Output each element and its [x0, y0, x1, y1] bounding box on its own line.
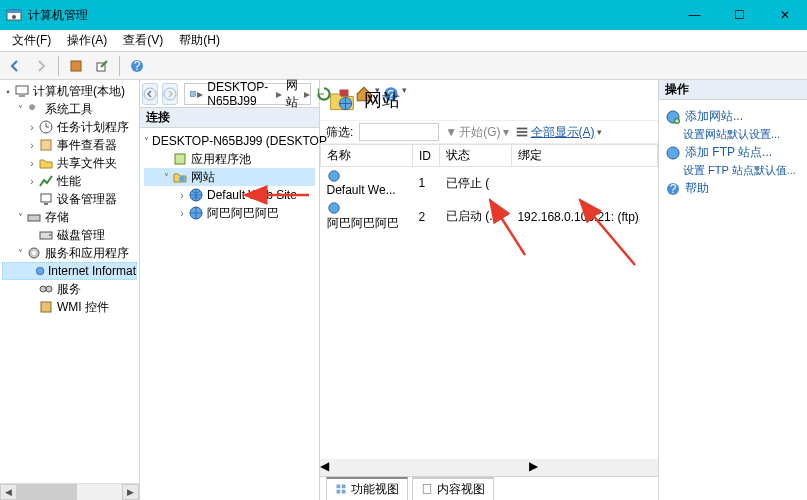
- wrench-icon: [26, 101, 42, 117]
- tree-storage[interactable]: ˅存储: [2, 208, 137, 226]
- svg-point-19: [40, 286, 46, 292]
- filter-showall[interactable]: 全部显示(A): [531, 124, 595, 141]
- scroll-thumb[interactable]: [17, 484, 77, 500]
- scroll-right-button[interactable]: ▶: [122, 484, 139, 500]
- connections-tree: ˅DESKTOP-N65BJ99 (DESKTOP 应用程序池 ˅网站 ›Def…: [140, 128, 319, 500]
- menu-file[interactable]: 文件(F): [4, 30, 59, 51]
- svg-point-18: [36, 267, 44, 275]
- apppool-icon: [172, 151, 188, 167]
- svg-rect-42: [342, 490, 346, 494]
- help-icon: ?: [130, 59, 144, 73]
- filter-input[interactable]: [359, 123, 439, 141]
- page-title: 网站: [364, 88, 400, 112]
- breadcrumb-back[interactable]: [142, 83, 158, 105]
- svg-point-15: [49, 234, 51, 236]
- iis-icon: [35, 263, 45, 279]
- col-id[interactable]: ID: [412, 145, 439, 167]
- cnx-sites[interactable]: ˅网站: [144, 168, 315, 186]
- forward-arrow-icon: [34, 59, 48, 73]
- clock-icon: [38, 119, 54, 135]
- tree-device-manager[interactable]: 设备管理器: [2, 190, 137, 208]
- menu-help[interactable]: 帮助(H): [171, 30, 228, 51]
- menu-action[interactable]: 操作(A): [59, 30, 115, 51]
- tree-systools[interactable]: ˅系统工具: [2, 100, 137, 118]
- tree-disk-management[interactable]: 磁盘管理: [2, 226, 137, 244]
- help-button[interactable]: ?: [126, 55, 148, 77]
- filter-label: 筛选:: [326, 124, 353, 141]
- app-icon: [6, 7, 22, 23]
- scroll-left-button[interactable]: ◀: [0, 484, 17, 500]
- properties-button[interactable]: [65, 55, 87, 77]
- tree-wmi[interactable]: WMI 控件: [2, 298, 137, 316]
- tree-task-scheduler[interactable]: ›任务计划程序: [2, 118, 137, 136]
- svg-rect-29: [175, 154, 185, 164]
- scroll-left-button[interactable]: ◀: [320, 459, 329, 476]
- scroll-right-button[interactable]: ▶: [529, 459, 538, 476]
- svg-point-23: [164, 88, 176, 100]
- computer-icon: [14, 83, 30, 99]
- svg-rect-3: [71, 61, 81, 71]
- col-name[interactable]: 名称: [321, 145, 413, 167]
- table-header-row: 名称 ID 状态 绑定: [321, 145, 658, 167]
- table-row[interactable]: 阿巴阿巴阿巴 2 已启动 (... 192.168.0.105:21: (ftp…: [321, 199, 658, 234]
- cnx-default-site[interactable]: ›Default Web Site: [144, 186, 315, 204]
- action-ftp-defaults[interactable]: 设置 FTP 站点默认值...: [665, 163, 801, 178]
- disk-icon: [38, 227, 54, 243]
- cnx-server-node[interactable]: ˅DESKTOP-N65BJ99 (DESKTOP: [144, 132, 315, 150]
- table-scrollbar[interactable]: ◀ ▶: [320, 459, 658, 476]
- svg-rect-40: [342, 485, 346, 489]
- col-state[interactable]: 状态: [440, 145, 512, 167]
- svg-rect-24: [191, 91, 196, 96]
- back-icon: [143, 87, 157, 101]
- col-binding[interactable]: 绑定: [511, 145, 657, 167]
- tab-content[interactable]: 内容视图: [412, 477, 494, 501]
- close-button[interactable]: ✕: [762, 0, 807, 30]
- storage-icon: [26, 209, 42, 225]
- svg-rect-39: [337, 485, 341, 489]
- breadcrumb-forward[interactable]: [162, 83, 178, 105]
- breadcrumb-path[interactable]: ▸ DESKTOP-N65BJ99 ▸ 网站 ▸: [184, 83, 311, 105]
- action-help[interactable]: ?帮助: [665, 178, 801, 199]
- left-scrollbar[interactable]: ◀ ▶: [0, 483, 139, 500]
- tree-event-viewer[interactable]: ›事件查看器: [2, 136, 137, 154]
- menu-view[interactable]: 查看(V): [115, 30, 171, 51]
- minimize-button[interactable]: —: [672, 0, 717, 30]
- globe-icon: [327, 201, 341, 215]
- action-add-ftp[interactable]: 添加 FTP 站点...: [665, 142, 801, 163]
- toolbar-separator: [58, 56, 59, 76]
- svg-rect-21: [41, 302, 51, 312]
- performance-icon: [38, 173, 54, 189]
- tree-performance[interactable]: ›性能: [2, 172, 137, 190]
- connections-pane: ▸ DESKTOP-N65BJ99 ▸ 网站 ▸ ▾ ? ▾ 连接 ˅DESKT…: [140, 80, 320, 500]
- filter-start[interactable]: 开始(G): [459, 124, 500, 141]
- toolbar: ?: [0, 52, 807, 80]
- cnx-apppools[interactable]: 应用程序池: [144, 150, 315, 168]
- maximize-button[interactable]: ☐: [717, 0, 762, 30]
- properties-icon: [69, 59, 83, 73]
- tree-iis[interactable]: Internet Informat: [2, 262, 137, 280]
- help-icon: ?: [665, 181, 681, 197]
- tree-root[interactable]: ▪计算机管理(本地): [2, 82, 137, 100]
- filter-bar: 筛选: ▼ 开始(G) ▾ 全部显示(A) ▾: [320, 120, 658, 144]
- main-pane: 网站 筛选: ▼ 开始(G) ▾ 全部显示(A) ▾ 名称 ID 状态 绑定: [320, 80, 807, 500]
- svg-point-30: [179, 176, 185, 182]
- export-button[interactable]: [91, 55, 113, 77]
- forward-button[interactable]: [30, 55, 52, 77]
- tab-features[interactable]: 功能视图: [326, 477, 408, 501]
- window-title: 计算机管理: [28, 7, 672, 24]
- tree-shared-folders[interactable]: ›共享文件夹: [2, 154, 137, 172]
- globe-icon: [188, 205, 204, 221]
- cnx-custom-site[interactable]: ›阿巴阿巴阿巴: [144, 204, 315, 222]
- back-button[interactable]: [4, 55, 26, 77]
- export-icon: [95, 59, 109, 73]
- server-icon: [189, 87, 197, 101]
- back-arrow-icon: [8, 59, 22, 73]
- tree-services[interactable]: 服务: [2, 280, 137, 298]
- table-row[interactable]: Default We... 1 已停止 (: [321, 167, 658, 200]
- action-add-site[interactable]: 添加网站...: [665, 106, 801, 127]
- tree-services-apps[interactable]: ˅服务和应用程序: [2, 244, 137, 262]
- action-site-defaults[interactable]: 设置网站默认设置...: [665, 127, 801, 142]
- forward-icon: [163, 87, 177, 101]
- svg-point-2: [12, 15, 16, 19]
- svg-point-17: [32, 251, 36, 255]
